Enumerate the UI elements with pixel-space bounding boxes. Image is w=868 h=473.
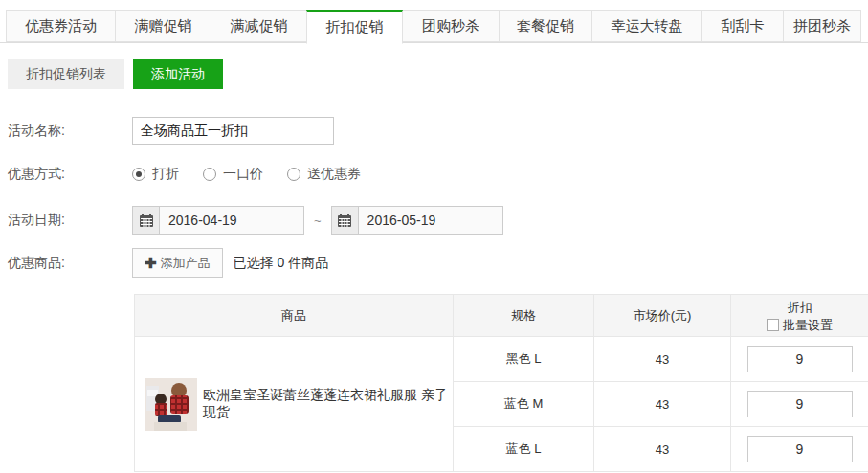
add-product-button[interactable]: ✚ 添加产品 [132, 248, 223, 278]
table-row: 欧洲皇室圣诞蕾丝蓬蓬连衣裙礼服服 亲子现货 黑色 L 43 [135, 337, 868, 382]
radio-option-dazhe[interactable]: 打折 [132, 166, 179, 183]
calendar-icon [133, 207, 160, 234]
product-image [145, 378, 197, 431]
header-spec: 规格 [454, 295, 594, 337]
price-cell: 43 [594, 337, 731, 382]
price-cell: 43 [594, 427, 731, 472]
date-range-separator: ~ [314, 214, 322, 228]
discount-method-options: 打折 一口价 送优惠券 [132, 166, 385, 183]
activity-date-row: 活动日期: 2016-04-19 ~ 2016-05-19 [8, 206, 868, 235]
discount-cell [731, 427, 868, 472]
discount-input[interactable] [747, 391, 853, 417]
add-product-button-label: 添加产品 [161, 255, 211, 272]
radio-option-label: 一口价 [223, 166, 263, 183]
add-activity-button[interactable]: 添加活动 [133, 59, 223, 89]
main-tabbar: 优惠券活动 满赠促销 满减促销 折扣促销 团购秒杀 套餐促销 幸运大转盘 刮刮卡… [0, 0, 868, 43]
radio-option-yikoujia[interactable]: 一口价 [203, 166, 263, 183]
header-discount: 折扣 批量设置 [731, 295, 868, 337]
table-header-row: 商品 规格 市场价(元) 折扣 批量设置 [135, 295, 868, 337]
radio-option-label: 送优惠券 [307, 166, 361, 183]
promo-products-label: 优惠商品: [8, 255, 132, 272]
radio-icon[interactable] [203, 168, 216, 181]
batch-set-checkbox[interactable] [767, 319, 779, 331]
discount-promotion-page: 优惠券活动 满赠促销 满减促销 折扣促销 团购秒杀 套餐促销 幸运大转盘 刮刮卡… [0, 0, 868, 472]
start-date-input[interactable]: 2016-04-19 [132, 206, 304, 235]
tab-scratch-card[interactable]: 刮刮卡 [701, 10, 784, 42]
price-cell: 43 [594, 382, 731, 427]
spec-cell: 黑色 L [454, 337, 594, 382]
end-date-value: 2016-05-19 [359, 207, 436, 234]
add-activity-form: 活动名称: 优惠方式: 打折 一口价 送优惠券 活动日期 [8, 117, 868, 278]
header-discount-title: 折扣 [731, 298, 868, 316]
product-title: 欧洲皇室圣诞蕾丝蓬蓬连衣裙礼服服 亲子现货 [203, 387, 453, 421]
discount-method-row: 优惠方式: 打折 一口价 送优惠券 [8, 166, 868, 183]
radio-icon[interactable] [132, 168, 145, 181]
tab-coupon-activity[interactable]: 优惠券活动 [6, 10, 116, 42]
header-product: 商品 [135, 295, 454, 337]
radio-icon[interactable] [287, 168, 300, 181]
selected-products-count: 已选择 0 件商品 [234, 255, 329, 272]
discount-input[interactable] [747, 346, 853, 372]
activity-name-input[interactable] [132, 117, 334, 145]
radio-option-songyouhuiquan[interactable]: 送优惠券 [287, 166, 361, 183]
discount-promo-list-button[interactable]: 折扣促销列表 [8, 59, 124, 89]
calendar-icon [332, 207, 359, 234]
header-price: 市场价(元) [594, 295, 731, 337]
spec-cell: 蓝色 M [454, 382, 594, 427]
discount-cell [731, 337, 868, 382]
products-table: 商品 规格 市场价(元) 折扣 批量设置 [134, 294, 868, 472]
batch-set-label: 批量设置 [783, 318, 833, 332]
tab-pintuan-seckill[interactable]: 拼团秒杀 [783, 10, 861, 42]
tab-package-promo[interactable]: 套餐促销 [499, 10, 592, 42]
discount-cell [731, 382, 868, 427]
activity-name-row: 活动名称: [8, 117, 868, 145]
tab-lucky-wheel[interactable]: 幸运大转盘 [591, 10, 702, 42]
radio-option-label: 打折 [152, 166, 179, 183]
tab-groupbuy-seckill[interactable]: 团购秒杀 [402, 10, 500, 42]
product-cell: 欧洲皇室圣诞蕾丝蓬蓬连衣裙礼服服 亲子现货 [135, 337, 454, 472]
tab-full-reduction-promo[interactable]: 满减促销 [211, 10, 307, 42]
activity-date-label: 活动日期: [8, 212, 132, 229]
promo-products-row: 优惠商品: ✚ 添加产品 已选择 0 件商品 [8, 248, 868, 278]
sub-tabbar: 折扣促销列表 添加活动 [8, 59, 868, 89]
spec-cell: 蓝色 L [454, 427, 594, 472]
end-date-input[interactable]: 2016-05-19 [331, 206, 503, 235]
plus-icon: ✚ [145, 256, 157, 270]
discount-input[interactable] [747, 436, 853, 462]
start-date-value: 2016-04-19 [160, 207, 237, 234]
tab-full-gift-promo[interactable]: 满赠促销 [115, 10, 211, 42]
tab-discount-promo[interactable]: 折扣促销 [306, 10, 403, 44]
discount-method-label: 优惠方式: [8, 166, 132, 183]
activity-name-label: 活动名称: [8, 123, 132, 140]
